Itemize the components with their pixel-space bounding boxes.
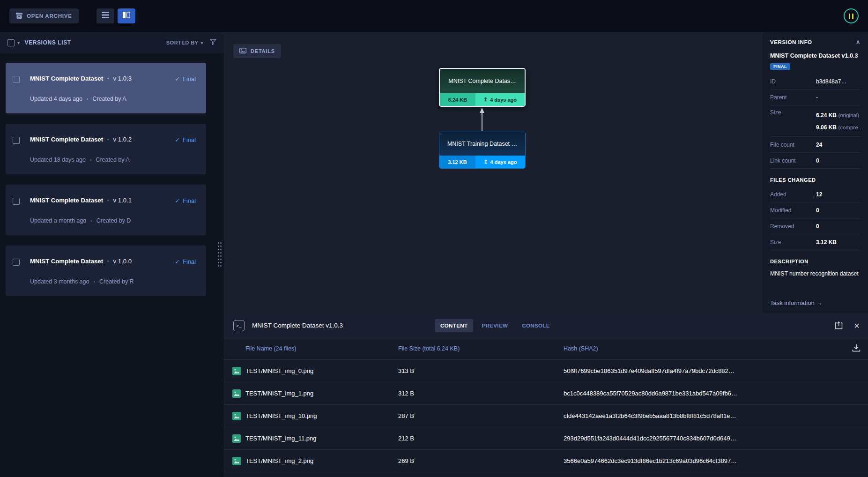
column-file-size: File Size (total 6.24 KB) (398, 345, 460, 352)
node-age: 4 days ago (490, 159, 517, 165)
graph-node-complete-dataset[interactable]: MNIST Complete Datas… 6.24 KB ↥ 4 days a… (439, 68, 526, 107)
details-button[interactable]: DETAILS (233, 44, 281, 58)
terminal-icon: >_ (233, 320, 245, 331)
archive-icon (16, 13, 22, 20)
version-title: MNIST Complete Dataset (30, 75, 103, 82)
table-view-toggle[interactable] (96, 8, 114, 23)
file-hash: 293d29d551fa243d0444d41dcc2925567740c834… (564, 435, 736, 442)
dot-separator: • (87, 97, 89, 102)
dot-separator: • (107, 259, 109, 264)
added-value: 12 (816, 191, 822, 198)
file-size: 313 B (398, 367, 414, 374)
info-row-id: ID b3d848a7… (770, 74, 861, 89)
check-icon: ✓ (175, 197, 180, 204)
size-compressed-value: 9.06 KB (816, 124, 837, 131)
version-checkbox[interactable] (13, 76, 20, 83)
download-icon[interactable] (852, 344, 861, 353)
image-file-icon (232, 434, 241, 444)
select-all-checkbox[interactable] (7, 39, 15, 46)
file-size: 312 B (398, 390, 414, 397)
info-row-parent: Parent - (770, 89, 861, 105)
details-icon (239, 48, 246, 54)
info-row-modified: Modified 0 (770, 202, 861, 218)
content-tabs: CONTENT PREVIEW CONSOLE (435, 313, 556, 338)
workers-status-icon[interactable] (844, 8, 859, 23)
updated-text: Updated a month ago (30, 217, 86, 224)
version-info-title: MNIST Complete Dataset v1.0.3 (770, 52, 861, 59)
version-info-header: VERSION INFO (770, 39, 812, 45)
versions-panel: ▾ VERSIONS LIST SORTED BY▾ MNIST Complet… (0, 32, 224, 477)
table-row[interactable]: TEST/MNIST_img_2.png 269 B 3566e0a597466… (224, 450, 868, 472)
node-label: MNIST Training Dataset … (439, 132, 525, 156)
select-all-caret-icon[interactable]: ▾ (17, 40, 20, 46)
column-hash: Hash (SHA2) (564, 345, 598, 352)
version-number: v 1.0.0 (113, 258, 132, 265)
file-table: TEST/MNIST_img_0.png 313 B 50f9f7699cbe1… (224, 360, 868, 472)
sorted-by-caret-icon: ▾ (200, 40, 203, 45)
dot-separator: • (107, 137, 109, 142)
panel-resize-handle[interactable] (217, 241, 222, 267)
tab-content[interactable]: CONTENT (435, 319, 473, 332)
created-text: Created by A (96, 157, 129, 163)
node-size: 3.12 KB (439, 156, 475, 168)
info-row-size-changed: Size 3.12 KB (770, 234, 861, 250)
version-checkbox[interactable] (13, 259, 20, 266)
link-count-value: 0 (816, 157, 819, 164)
filter-icon[interactable] (210, 38, 216, 47)
description-text: MNIST number recognition dataset (770, 270, 861, 277)
file-name: TEST/MNIST_img_2.png (245, 457, 313, 464)
close-icon[interactable]: × (854, 321, 860, 330)
version-title: MNIST Complete Dataset (30, 136, 103, 143)
top-toolbar: OPEN ARCHIVE (0, 0, 868, 32)
details-label: DETAILS (251, 48, 275, 54)
file-hash: 3566e0a5974662dc3ec913df86ec1b213c69a03d… (564, 457, 737, 464)
image-file-icon (232, 389, 241, 399)
status-badge: ✓Final (175, 258, 196, 265)
description-header: DESCRIPTION (770, 259, 861, 264)
version-checkbox[interactable] (13, 198, 20, 205)
created-text: Created by D (96, 217, 131, 224)
version-card-v1-0-0[interactable]: MNIST Complete Dataset • v 1.0.0 ✓Final … (6, 246, 206, 296)
final-badge: FINAL (770, 63, 790, 70)
table-row[interactable]: TEST/MNIST_img_11.png 212 B 293d29d551fa… (224, 427, 868, 450)
content-panel-title: MNIST Complete Dataset v1.0.3 (252, 322, 343, 329)
open-archive-button[interactable]: OPEN ARCHIVE (9, 8, 79, 23)
tab-console[interactable]: CONSOLE (516, 319, 556, 332)
info-row-added: Added 12 (770, 186, 861, 202)
updated-text: Updated 4 days ago (30, 96, 82, 102)
size-changed-value: 3.12 KB (816, 239, 837, 246)
status-badge: ✓Final (175, 197, 196, 204)
graph-node-training-dataset[interactable]: MNIST Training Dataset … 3.12 KB ↥ 4 day… (439, 132, 526, 169)
versions-list: MNIST Complete Dataset • v 1.0.3 ✓Final … (0, 53, 224, 296)
split-view-toggle[interactable] (118, 8, 135, 23)
dot-separator: • (107, 198, 109, 203)
collapse-chevron-icon[interactable]: ∧ (856, 38, 861, 45)
version-info-panel: VERSION INFO ∧ MNIST Complete Dataset v1… (763, 32, 868, 313)
sorted-by-dropdown[interactable]: SORTED BY▾ (166, 40, 203, 45)
table-row[interactable]: TEST/MNIST_img_1.png 312 B bc1c0c448389c… (224, 382, 868, 405)
version-number: v 1.0.1 (113, 197, 132, 204)
node-size: 6.24 KB (440, 93, 475, 106)
table-row[interactable]: TEST/MNIST_img_0.png 313 B 50f9f7699cbe1… (224, 360, 868, 382)
version-card-v1-0-3[interactable]: MNIST Complete Dataset • v 1.0.3 ✓Final … (6, 63, 206, 113)
parent-value: - (816, 94, 818, 101)
modified-value: 0 (816, 207, 819, 214)
graph-edge-arrow (479, 108, 485, 133)
open-in-window-icon[interactable] (835, 321, 843, 329)
image-file-icon (232, 367, 241, 377)
version-number: v 1.0.2 (113, 136, 132, 143)
view-toggle-group (96, 8, 135, 23)
table-row[interactable]: TEST/MNIST_img_10.png 287 B cfde443142ae… (224, 405, 868, 427)
content-panel: >_ MNIST Complete Dataset v1.0.3 CONTENT… (224, 313, 868, 477)
version-checkbox[interactable] (13, 137, 20, 144)
dot-separator: • (90, 218, 92, 224)
task-information-link[interactable]: Task information → (770, 299, 822, 306)
upload-icon: ↥ (483, 97, 488, 103)
version-card-v1-0-2[interactable]: MNIST Complete Dataset • v 1.0.2 ✓Final … (6, 124, 206, 174)
tab-preview[interactable]: PREVIEW (476, 319, 513, 332)
version-card-v1-0-1[interactable]: MNIST Complete Dataset • v 1.0.1 ✓Final … (6, 185, 206, 235)
column-file-name: File Name (24 files) (245, 345, 296, 352)
file-size: 287 B (398, 412, 414, 419)
pause-bar-icon (849, 14, 850, 19)
check-icon: ✓ (175, 75, 180, 82)
